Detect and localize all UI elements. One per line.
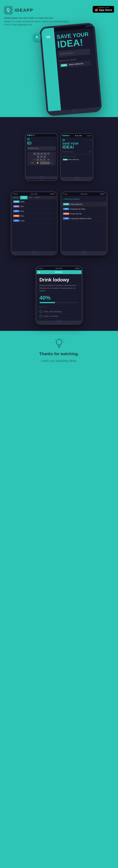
phone2-enter-placeholder[interactable]: ENTER IDEA... bbox=[62, 151, 90, 153]
phone1-home bbox=[26, 176, 57, 179]
detail-tab[interactable]: DRINK1 bbox=[55, 271, 63, 273]
svg-line-8 bbox=[55, 339, 56, 340]
todo-text-1: Zrobić, drina testowego bbox=[43, 311, 62, 313]
tab-app[interactable]: APP bbox=[27, 196, 33, 199]
detail-idea-title: Drink lodowy bbox=[39, 277, 79, 283]
right-text-4: Kupowanie biletów do kina bbox=[70, 218, 105, 219]
phone1-home-circle bbox=[39, 176, 43, 180]
two-phones-section: ● ● ● 9:41 AM 100% ◀ FOOD DRINK APP THIN… bbox=[0, 187, 118, 261]
left-idea-3: APP Śnia bbox=[12, 209, 57, 214]
detail-screen: Drink lodowy Eksperymentalny z 5 kostkam… bbox=[36, 274, 82, 320]
phone-keyboard: ID ENTER IDEA Q W E R T A S D bbox=[25, 133, 58, 181]
detail-home bbox=[36, 320, 82, 324]
hamburger-icon[interactable] bbox=[27, 138, 30, 140]
hero-main-area: SAVE YOUR IDEA! ENTER IDEA... PREVIOUS I… bbox=[54, 29, 93, 70]
todo-check-1[interactable] bbox=[39, 310, 42, 313]
phone2-enter-row: ENTER IDEA... + bbox=[62, 151, 91, 154]
svg-point-4 bbox=[56, 339, 62, 345]
phone2-signal bbox=[62, 135, 70, 136]
phone-right-home-circle bbox=[82, 251, 86, 255]
right-tag-4: APP bbox=[63, 217, 69, 219]
todo-check-2[interactable] bbox=[39, 315, 42, 317]
left-tag-1: FOOD bbox=[13, 200, 20, 203]
left-tag-3: APP bbox=[13, 210, 20, 212]
right-text-3: Rower bez kół bbox=[70, 213, 105, 215]
right-text-1: Biała kiełbacha bbox=[70, 203, 102, 205]
svg-line-3 bbox=[7, 8, 8, 8]
hero-desc: Ideapp is a simple and beautiful app to … bbox=[4, 20, 114, 23]
phone-right-battery: 100% bbox=[100, 193, 105, 195]
left-idea-2: DRINK Drin bbox=[12, 204, 57, 209]
logo-icon bbox=[4, 6, 13, 14]
left-tag-2: DRINK bbox=[13, 205, 20, 208]
phone-left-time: 9:41 AM bbox=[31, 193, 37, 195]
apple-icon: 🍎 bbox=[95, 8, 98, 11]
right-tag-2: APP bbox=[63, 208, 69, 210]
three-phones-section: ID ENTER IDEA Q W E R T A S D bbox=[0, 127, 118, 187]
detail-home-circle bbox=[57, 320, 61, 324]
phone-left-home bbox=[12, 251, 57, 254]
detail-section: ● ● ● 9:41 AM 100% ◀ DRINK1 Drink lodowy… bbox=[0, 261, 118, 331]
appstore-available: Available on the bbox=[98, 7, 109, 8]
right-text-2: Śniadania do łóżka bbox=[70, 208, 105, 210]
right-tag-1: FOOD bbox=[63, 203, 69, 205]
phone2-previous-label: PREVIOUS IDEAS bbox=[62, 156, 91, 157]
svg-line-9 bbox=[62, 339, 63, 340]
hero-phone: ● ● ● ● SAVE YOU bbox=[39, 22, 102, 116]
hero-enter-idea[interactable]: ENTER IDEA... bbox=[58, 49, 90, 57]
left-idea-5: APP Kupo bbox=[12, 218, 57, 223]
hero-idea-tag: FOOD bbox=[60, 64, 67, 67]
svg-point-0 bbox=[7, 9, 9, 11]
tab-drink[interactable]: DRINK bbox=[20, 196, 28, 199]
phone2-idea-tag: FOOD bbox=[63, 159, 68, 160]
phone2-header: ⊙ bbox=[62, 139, 91, 141]
right-idea-4[interactable]: APP Kupowanie biletów do kina bbox=[61, 216, 107, 221]
phone-left-status: ● ● ● 9:41 AM 100% bbox=[12, 192, 57, 196]
right-idea-3[interactable]: THING Rower bez kół bbox=[61, 211, 107, 216]
phone2-home bbox=[61, 177, 92, 180]
phone-left-screen: ◀ FOOD DRINK APP THING FOOD Biała DRINK … bbox=[12, 196, 57, 251]
detail-done-label: DONE IN bbox=[39, 306, 79, 308]
phone2-idea-label: IDEA! bbox=[62, 145, 91, 149]
left-idea-4: THING Row bbox=[12, 214, 57, 218]
left-text-5: Kupo bbox=[21, 220, 55, 222]
phone2-add-icon[interactable]: + bbox=[89, 151, 91, 153]
hero-phone-screen: ● ● ● ● SAVE YOU bbox=[41, 24, 100, 111]
phone-right-status: ● ● ● 9:41 AM 100% bbox=[61, 192, 107, 196]
detail-phone: ● ● ● 9:41 AM 100% ◀ DRINK1 Drink lodowy… bbox=[35, 266, 83, 325]
tab-thing[interactable]: THING bbox=[33, 196, 41, 199]
phone2-idea-text: Biała kiełbacha bbox=[68, 159, 79, 160]
phone-right-dots: ● ● ● bbox=[63, 193, 68, 195]
hero-save-title: SAVE YOUR IDEA! bbox=[56, 31, 90, 49]
floating-plus-button[interactable]: + bbox=[33, 34, 40, 41]
phone1-enter-idea[interactable]: ENTER IDEA bbox=[27, 146, 56, 150]
edit-icon-1[interactable]: ✎ bbox=[104, 203, 105, 205]
left-tag-4: THING bbox=[13, 215, 20, 217]
app-name: IDEAPP bbox=[14, 8, 33, 13]
right-idea-2[interactable]: APP Śniadania do łóżka bbox=[61, 207, 107, 211]
phone2-hamburger[interactable] bbox=[62, 139, 65, 141]
phone2-home-circle bbox=[75, 177, 79, 181]
footer-bulb-icon bbox=[54, 339, 64, 349]
detail-progress-fill bbox=[39, 302, 55, 303]
phone-right-home bbox=[61, 251, 107, 254]
hero-status-dots: ● ● ● ● bbox=[86, 25, 91, 28]
phone2-status: 9:41 AM 100% bbox=[61, 134, 92, 137]
detail-back[interactable]: ◀ bbox=[38, 271, 40, 273]
phone2-time: 9:41 AM bbox=[75, 135, 82, 137]
appstore-badge[interactable]: Available on the 🍎 App Store bbox=[93, 6, 114, 13]
detail-dots: ● ● ● bbox=[38, 268, 43, 269]
hero-section: IDEAPP Available on the 🍎 App Store Addi… bbox=[0, 0, 118, 117]
detail-todo-1: Zrobić, drina testowego bbox=[39, 310, 79, 314]
phone-right-nav: < PREVIOUS IDEAS bbox=[61, 196, 107, 202]
tab-food[interactable]: ◀ FOOD bbox=[12, 196, 20, 199]
back-button[interactable]: < PREVIOUS IDEAS bbox=[63, 198, 80, 200]
todo-text-2: Zrobić z 10 drinów bbox=[43, 315, 58, 317]
phone1-status bbox=[26, 134, 57, 137]
phone-left-home-circle bbox=[32, 251, 36, 255]
detail-battery: 100% bbox=[75, 268, 80, 269]
left-text-1: Biała bbox=[21, 201, 55, 203]
footer-section: Thanks for watching. I wish you amazing … bbox=[0, 331, 118, 371]
right-idea-1[interactable]: FOOD Biała kiełbacha ✎ bbox=[61, 202, 107, 207]
detail-todo-2: Zrobić z 10 drinów bbox=[39, 314, 79, 319]
